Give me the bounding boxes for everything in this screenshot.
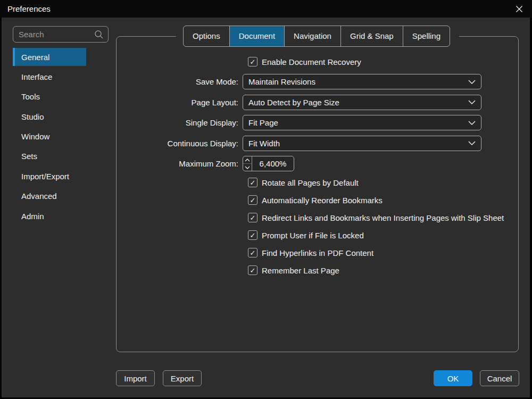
dropdown-settings: Save Mode: Maintain Revisions Page Layou… [116, 74, 519, 156]
window-border-right [530, 18, 532, 399]
dropdown-selected-value: Auto Detect by Page Size [248, 98, 339, 107]
chevron-down-icon [468, 80, 476, 84]
sidebar-item-label: Tools [21, 92, 40, 101]
search-icon [94, 30, 104, 39]
field-label: Save Mode: [116, 77, 243, 86]
tab[interactable]: Options [184, 26, 229, 46]
checkmark-icon: ✓ [250, 197, 256, 204]
tab[interactable]: Spelling [403, 26, 450, 46]
option-checkbox[interactable]: ✓ [248, 230, 257, 240]
checkbox-label: Redirect Links and Bookmarks when Insert… [262, 213, 504, 222]
dropdown-selected-value: Maintain Revisions [248, 77, 315, 86]
checkbox-label: Remember Last Page [262, 266, 339, 275]
dropdown-select[interactable]: Auto Detect by Page Size [243, 95, 481, 110]
option-checkbox[interactable]: ✓ [248, 195, 257, 205]
titlebar: Preferences [0, 0, 532, 18]
dropdown-select[interactable]: Fit Page [243, 115, 481, 130]
sidebar-item[interactable]: Studio [13, 107, 86, 126]
form-row: Single Display: Fit Page [116, 115, 519, 130]
sidebar-item-label: Studio [21, 112, 44, 121]
enable-document-recovery-checkbox[interactable]: ✓ [248, 57, 257, 66]
maximum-zoom-row: Maximum Zoom: 6,400% [116, 156, 519, 171]
field-label: Single Display: [116, 118, 243, 127]
import-button[interactable]: Import [116, 370, 155, 386]
sidebar-category-list: General Interface Tools Studio Window Se… [13, 48, 86, 227]
window-title: Preferences [7, 4, 51, 13]
tab-label: Options [193, 31, 220, 40]
sidebar-item[interactable]: Sets [13, 147, 86, 165]
chevron-down-icon [245, 166, 250, 169]
checkbox-row: ✓ Find Hyperlinks in PDF Content [248, 248, 504, 257]
dropdown-select[interactable]: Fit Width [243, 136, 481, 151]
tab-label: Document [239, 31, 275, 40]
tab[interactable]: Grid & Snap [340, 26, 403, 46]
form-row: Continuous Display: Fit Width [116, 136, 519, 151]
sidebar-item-label: Admin [21, 212, 44, 221]
tab-label: Navigation [294, 31, 331, 40]
window-border-left [0, 18, 2, 399]
enable-document-recovery-row: ✓ Enable Document Recovery [248, 57, 361, 66]
checkmark-icon: ✓ [250, 59, 256, 65]
sidebar-item-label: Window [21, 132, 49, 141]
sidebar-item[interactable]: General [13, 48, 86, 66]
chevron-up-icon [245, 159, 250, 162]
sidebar-item-label: Interface [21, 72, 52, 81]
chevron-down-icon [468, 100, 476, 104]
preferences-window: Preferences General Interface Tools [0, 0, 532, 399]
checkmark-icon: ✓ [250, 214, 256, 221]
checkbox-label: Automatically Reorder Bookmarks [262, 196, 383, 205]
dropdown-selected-value: Fit Width [248, 139, 280, 148]
maximum-zoom-value[interactable]: 6,400% [252, 156, 294, 171]
checkbox-label: Prompt User if File is Locked [262, 231, 364, 240]
search-box [13, 26, 109, 43]
chevron-down-icon [468, 141, 476, 145]
sidebar-item-label: Import/Export [21, 172, 69, 181]
option-checkbox[interactable]: ✓ [248, 178, 257, 187]
export-button[interactable]: Export [163, 370, 202, 386]
tab-label: Spelling [412, 31, 440, 40]
spinner-down-button[interactable] [243, 164, 252, 171]
checkmark-icon: ✓ [250, 250, 256, 256]
sidebar-item-label: Sets [21, 152, 37, 161]
sidebar-item[interactable]: Tools [13, 88, 86, 106]
checkbox-label: Find Hyperlinks in PDF Content [262, 248, 373, 257]
checkbox-row: ✓ Rotate all Pages by Default [248, 178, 504, 187]
sidebar-item[interactable]: Window [13, 128, 86, 146]
chevron-down-icon [468, 121, 476, 125]
spinner-buttons [243, 156, 252, 171]
checkbox-row: ✓ Automatically Reorder Bookmarks [248, 195, 504, 205]
sidebar-item[interactable]: Interface [13, 68, 86, 86]
checkbox-row: ✓ Redirect Links and Bookmarks when Inse… [248, 213, 504, 222]
field-label: Page Layout: [116, 98, 243, 107]
tab[interactable]: Navigation [284, 26, 340, 46]
field-label: Continuous Display: [116, 139, 243, 148]
spinner-up-button[interactable] [243, 156, 252, 164]
checkmark-icon: ✓ [250, 267, 256, 274]
close-button[interactable] [513, 3, 526, 15]
maximum-zoom-spinner: 6,400% [243, 156, 294, 171]
checkbox-label: Rotate all Pages by Default [262, 178, 359, 187]
sidebar-item-label: General [21, 53, 49, 62]
option-checkbox[interactable]: ✓ [248, 265, 257, 275]
checkbox-row: ✓ Remember Last Page [248, 265, 504, 275]
option-checkbox[interactable]: ✓ [248, 248, 257, 257]
cancel-button[interactable]: Cancel [480, 370, 519, 386]
tab-label: Grid & Snap [350, 31, 394, 40]
dropdown-select[interactable]: Maintain Revisions [243, 74, 481, 89]
sidebar-item[interactable]: Admin [13, 207, 86, 225]
document-option-checkboxes: ✓ Rotate all Pages by Default ✓ Automati… [248, 178, 504, 283]
sidebar-item[interactable]: Import/Export [13, 167, 86, 185]
form-row: Page Layout: Auto Detect by Page Size [116, 95, 519, 110]
sidebar-item-label: Advanced [21, 192, 57, 201]
tab[interactable]: Document [229, 26, 284, 46]
option-checkbox[interactable]: ✓ [248, 213, 257, 222]
ok-button[interactable]: OK [434, 370, 472, 386]
checkmark-icon: ✓ [250, 179, 256, 186]
close-icon [515, 5, 523, 13]
sidebar-item[interactable]: Advanced [13, 187, 86, 205]
field-label: Maximum Zoom: [116, 159, 243, 168]
dropdown-selected-value: Fit Page [248, 118, 278, 127]
checkbox-row: ✓ Prompt User if File is Locked [248, 230, 504, 240]
checkmark-icon: ✓ [250, 232, 256, 239]
checkbox-label: Enable Document Recovery [262, 57, 361, 66]
